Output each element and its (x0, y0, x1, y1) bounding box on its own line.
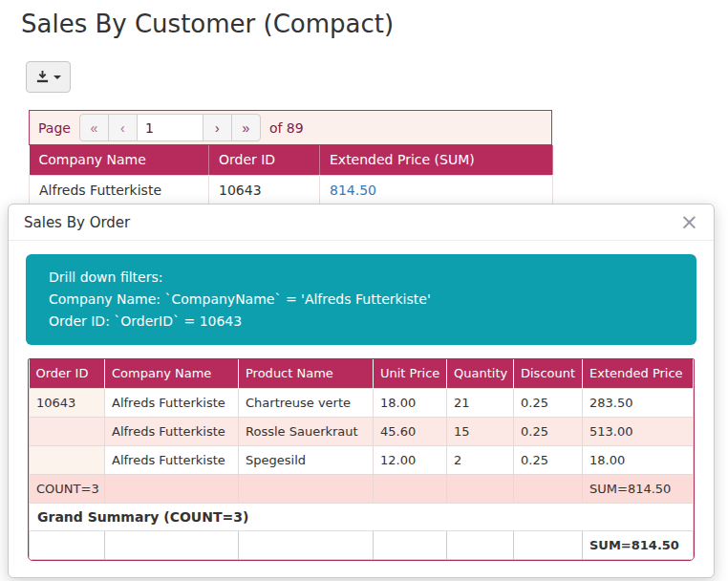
extended-price-drilldown-link[interactable]: 814.50 (330, 183, 376, 198)
column-header-order-id: Order ID (30, 359, 105, 388)
order-table-container: Order ID Company Name Product Name Unit … (28, 358, 695, 561)
export-button[interactable] (26, 61, 71, 93)
column-header-order-id: Order ID (209, 145, 320, 175)
grand-sum-cell: SUM=814.50 (583, 530, 694, 559)
page-number-input[interactable] (137, 114, 203, 141)
column-header-extended-price: Extended Price (583, 359, 694, 388)
download-icon (35, 70, 50, 84)
order-table: Order ID Company Name Product Name Unit … (29, 359, 694, 560)
customer-row: Alfreds Futterkiste 10643 814.50 (30, 175, 553, 204)
customer-table-header: Company Name Order ID Extended Price (SU… (30, 145, 553, 175)
page-count-label: of 89 (269, 120, 304, 136)
drilldown-filters-box: Drill down filters: Company Name: `Compa… (26, 254, 696, 345)
first-page-button[interactable]: « (79, 114, 109, 141)
customer-extended-price-cell: 814.50 (320, 175, 553, 204)
grand-summary-label-row: Grand Summary (COUNT=3) (30, 503, 694, 530)
column-header-product-name: Product Name (239, 359, 374, 388)
order-filter-line: Order ID: `OrderID` = 10643 (49, 311, 674, 333)
order-table-header: Order ID Company Name Product Name Unit … (30, 359, 694, 388)
next-page-button[interactable]: › (203, 114, 232, 141)
caret-down-icon (54, 75, 61, 79)
group-count-cell: COUNT=3 (30, 474, 105, 503)
column-header-unit-price: Unit Price (374, 359, 447, 388)
modal-header: Sales By Order × (9, 204, 714, 241)
company-filter-line: Company Name: `CompanyName` = 'Alfreds F… (49, 289, 674, 311)
customer-company-cell: Alfreds Futterkiste (30, 175, 209, 204)
last-page-button[interactable]: » (231, 114, 261, 141)
sales-by-order-modal: Sales By Order × Drill down filters: Com… (8, 204, 715, 578)
column-header-discount: Discount (514, 359, 583, 388)
pagination-controls: « ‹ › » (79, 114, 261, 141)
grand-summary-total-row: SUM=814.50 (30, 530, 694, 559)
prev-page-button[interactable]: ‹ (108, 114, 138, 141)
table-row: Alfreds Futterkiste Rossle Sauerkraut 45… (30, 417, 694, 445)
column-header-company-name: Company Name (30, 145, 209, 175)
pagination-label: Page (38, 120, 71, 136)
page-title: Sales By Customer (Compact) (21, 10, 394, 38)
column-header-extended-price-sum: Extended Price (SUM) (320, 145, 553, 175)
customer-order-id-cell: 10643 (209, 175, 320, 204)
group-sum-cell: SUM=814.50 (583, 474, 694, 503)
modal-title: Sales By Order (24, 214, 130, 231)
drilldown-filters-heading: Drill down filters: (49, 267, 674, 289)
table-row: 10643 Alfreds Futterkiste Chartreuse ver… (30, 388, 694, 417)
customer-table: Company Name Order ID Extended Price (SU… (29, 145, 553, 210)
close-icon[interactable]: × (680, 211, 698, 233)
group-summary-row: COUNT=3 SUM=814.50 (30, 474, 694, 503)
table-row: Alfreds Futterkiste Spegesild 12.00 2 0.… (30, 445, 694, 474)
pagination-bar: Page « ‹ › » of 89 (29, 110, 552, 145)
column-header-quantity: Quantity (447, 359, 514, 388)
grand-summary-label: Grand Summary (COUNT=3) (30, 503, 694, 530)
column-header-company-name: Company Name (105, 359, 239, 388)
